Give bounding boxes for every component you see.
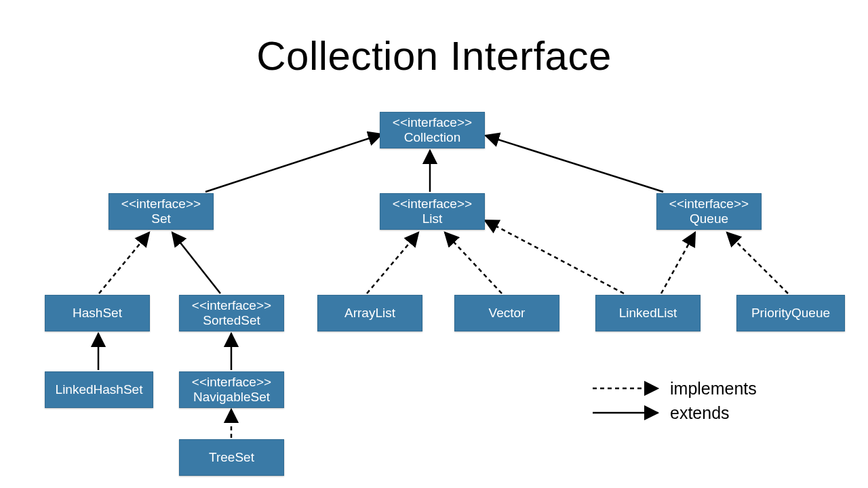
svg-line-12 — [727, 232, 788, 293]
legend-arrow-dashed-icon — [590, 376, 665, 401]
node-label: Queue — [690, 211, 728, 226]
node-navigableset: <<interface>> NavigableSet — [179, 371, 284, 408]
node-label: ArrayList — [344, 306, 395, 321]
node-label: TreeSet — [209, 450, 254, 465]
svg-line-2 — [486, 136, 663, 192]
node-label: Vector — [489, 306, 526, 321]
legend-implements: implements — [590, 376, 757, 401]
node-list: <<interface>> List — [380, 193, 485, 230]
node-set: <<interface>> Set — [108, 193, 214, 230]
legend-label-extends: extends — [670, 403, 730, 423]
node-label: HashSet — [73, 306, 122, 321]
legend-label-implements: implements — [670, 379, 757, 399]
node-hashset: HashSet — [45, 295, 150, 331]
stereotype-label: <<interface>> — [669, 197, 749, 211]
svg-line-8 — [367, 232, 418, 293]
node-priorityqueue: PriorityQueue — [736, 295, 845, 331]
stereotype-label: <<interface>> — [393, 115, 472, 130]
legend: implements extends — [590, 376, 757, 425]
node-label: LinkedList — [619, 306, 677, 321]
svg-line-11 — [661, 232, 695, 293]
legend-arrow-solid-icon — [590, 401, 665, 425]
svg-line-10 — [485, 220, 624, 293]
node-label: List — [422, 211, 443, 226]
node-label: LinkedHashSet — [56, 382, 143, 397]
node-label: Collection — [404, 130, 460, 145]
node-queue: <<interface>> Queue — [656, 193, 762, 230]
page-title: Collection Interface — [0, 33, 868, 79]
svg-line-3 — [172, 232, 220, 293]
node-label: NavigableSet — [193, 390, 270, 405]
node-label: Set — [151, 211, 171, 226]
node-label: PriorityQueue — [751, 306, 830, 321]
node-treeset: TreeSet — [179, 439, 284, 476]
node-linkedlist: LinkedList — [595, 295, 701, 331]
stereotype-label: <<interface>> — [192, 298, 271, 313]
node-linkedhashset: LinkedHashSet — [45, 371, 153, 408]
node-sortedset: <<interface>> SortedSet — [179, 295, 284, 331]
stereotype-label: <<interface>> — [121, 197, 201, 211]
svg-line-9 — [445, 232, 502, 293]
legend-extends: extends — [590, 401, 757, 425]
svg-line-6 — [99, 232, 149, 293]
node-vector: Vector — [454, 295, 559, 331]
node-label: SortedSet — [203, 313, 260, 328]
svg-line-0 — [205, 134, 382, 192]
node-arraylist: ArrayList — [317, 295, 422, 331]
node-collection: <<interface>> Collection — [380, 112, 485, 148]
stereotype-label: <<interface>> — [192, 375, 271, 390]
stereotype-label: <<interface>> — [393, 197, 472, 211]
